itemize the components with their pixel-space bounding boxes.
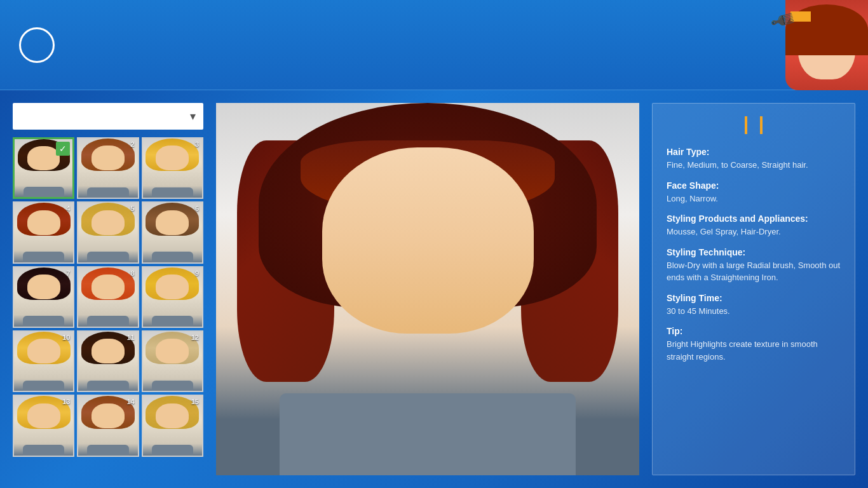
info-section-5: Styling Time:30 to 45 Minutes. <box>667 293 841 318</box>
thumb-face <box>156 210 189 235</box>
thumb-shirt <box>152 252 193 262</box>
thumb-face <box>156 274 189 299</box>
thumb-shirt <box>87 187 128 198</box>
category-dropdown[interactable]: ▾ <box>13 103 203 130</box>
style-thumb-num: 12 <box>191 334 199 341</box>
header: 🪮 <box>0 0 868 90</box>
info-title <box>667 116 841 134</box>
style-thumb-3[interactable]: 3 <box>142 137 203 199</box>
style-thumb-num: 11 <box>126 334 134 341</box>
info-section-value-6: Bright Highlights create texture in smoo… <box>667 338 841 363</box>
thumb-face <box>27 210 60 235</box>
style-thumb-14[interactable]: 14 <box>77 395 139 456</box>
style-thumb-13[interactable]: 13 <box>13 395 74 456</box>
brand-logo: 🪮 <box>671 0 868 90</box>
style-thumb-num: 6 <box>195 205 199 212</box>
style-thumb-8[interactable]: 8 <box>77 266 139 328</box>
main-content: ▾ ✓23456789101112131415 Hair Type:Fine, … <box>0 90 868 488</box>
style-thumb-12[interactable]: 12 <box>142 330 203 392</box>
thumb-face <box>92 274 125 299</box>
thumb-shirt <box>24 187 64 197</box>
info-section-label-6: Tip: <box>667 326 841 336</box>
info-section-4: Styling Technique:Blow-Dry with a large … <box>667 247 841 284</box>
thumb-shirt <box>152 187 193 198</box>
style-grid: ✓23456789101112131415 <box>13 137 203 457</box>
info-panel: Hair Type:Fine, Medium, to Coarse, Strai… <box>652 103 855 475</box>
info-sections: Hair Type:Fine, Medium, to Coarse, Strai… <box>667 147 841 363</box>
thumb-container <box>14 203 73 262</box>
thumb-face <box>92 146 125 170</box>
thumb-face <box>92 403 125 428</box>
style-thumb-num: 5 <box>131 205 135 212</box>
title-bar-right <box>760 116 763 134</box>
info-section-value-3: Mousse, Gel Spray, Hair-Dryer. <box>667 226 841 238</box>
info-section-6: Tip:Bright Highlights create texture in … <box>667 326 841 363</box>
thumb-container <box>14 268 73 327</box>
info-section-1: Hair Type:Fine, Medium, to Coarse, Strai… <box>667 147 841 172</box>
style-thumb-15[interactable]: 15 <box>142 395 203 456</box>
thumb-shirt <box>152 381 193 391</box>
thumb-shirt <box>87 252 128 262</box>
thumb-face <box>27 146 60 170</box>
style-thumb-num: 15 <box>191 398 199 405</box>
thumb-shirt <box>23 316 64 327</box>
style-thumb-num: 8 <box>131 269 135 277</box>
selected-checkmark: ✓ <box>56 142 70 156</box>
thumb-face <box>92 339 125 363</box>
thumb-shirt <box>23 445 64 456</box>
chevron-down-icon: ▾ <box>190 109 196 123</box>
style-thumb-10[interactable]: 10 <box>13 330 74 392</box>
thumb-shirt <box>152 316 193 327</box>
style-thumb-5[interactable]: 5 <box>77 201 139 263</box>
info-section-value-2: Long, Narrow. <box>667 193 841 205</box>
thumb-face <box>92 210 125 235</box>
thumb-container <box>143 203 202 262</box>
preview-figure <box>216 103 639 475</box>
style-thumb-6[interactable]: 6 <box>142 201 203 263</box>
title-bar-left <box>745 116 747 134</box>
thumb-shirt <box>87 445 128 456</box>
thumb-face <box>27 403 60 428</box>
thumb-face <box>156 146 189 170</box>
style-thumb-2[interactable]: 2 <box>77 137 139 199</box>
style-thumb-7[interactable]: 7 <box>13 266 74 328</box>
info-section-value-1: Fine, Medium, to Coarse, Straight hair. <box>667 159 841 172</box>
style-thumb-num: 9 <box>195 269 199 277</box>
info-section-2: Face Shape:Long, Narrow. <box>667 180 841 205</box>
thumb-container <box>143 139 202 198</box>
thumb-shirt <box>23 252 64 262</box>
style-thumb-11[interactable]: 11 <box>77 330 139 392</box>
style-thumb-num: 4 <box>66 205 70 212</box>
style-thumb-num: 13 <box>62 398 70 405</box>
info-section-value-5: 30 to 45 Minutes. <box>667 305 841 318</box>
info-section-label-3: Styling Products and Appliances: <box>667 214 841 224</box>
thumb-face <box>27 339 60 363</box>
style-thumb-num: 3 <box>195 140 199 148</box>
preview-face <box>322 147 534 334</box>
style-list-panel: ▾ ✓23456789101112131415 <box>13 103 203 475</box>
thumb-shirt <box>152 445 193 456</box>
info-section-label-4: Styling Technique: <box>667 247 841 257</box>
thumb-face <box>156 339 189 363</box>
info-section-label-1: Hair Type: <box>667 147 841 157</box>
thumb-face <box>156 403 189 428</box>
thumb-container <box>78 203 137 262</box>
thumb-shirt <box>87 381 128 391</box>
style-thumb-1[interactable]: ✓ <box>13 137 74 199</box>
info-section-label-5: Styling Time: <box>667 293 841 303</box>
style-thumb-num: 2 <box>131 140 135 148</box>
preview-shirt <box>280 393 576 475</box>
preview-panel <box>216 103 639 475</box>
style-thumb-num: 14 <box>126 398 134 405</box>
thumb-face <box>27 274 60 299</box>
style-thumb-9[interactable]: 9 <box>142 266 203 328</box>
thumb-shirt <box>23 381 64 391</box>
style-thumb-4[interactable]: 4 <box>13 201 74 263</box>
info-section-3: Styling Products and Appliances:Mousse, … <box>667 214 841 238</box>
style-thumb-num: 7 <box>66 269 70 277</box>
style-thumb-num: 10 <box>62 334 70 341</box>
thumb-shirt <box>87 316 128 327</box>
back-button[interactable] <box>19 27 55 63</box>
info-section-label-2: Face Shape: <box>667 180 841 191</box>
thumb-container <box>143 268 202 327</box>
